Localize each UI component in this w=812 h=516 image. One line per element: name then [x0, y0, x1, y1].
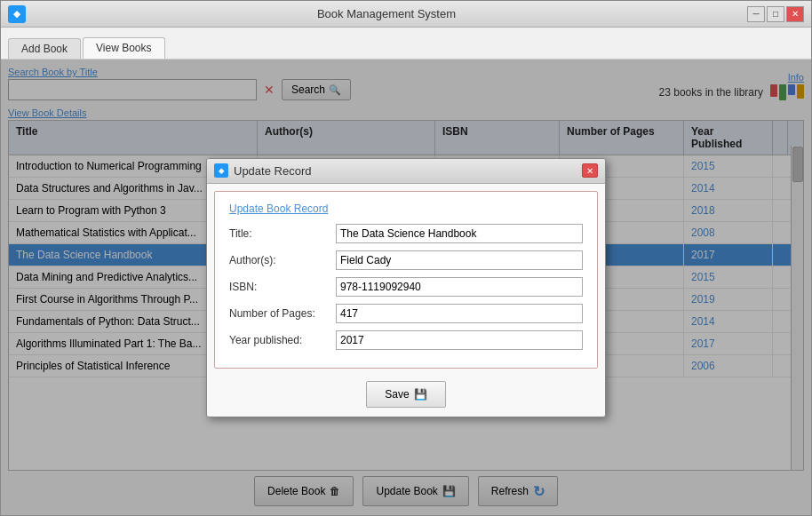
- year-field-row: Year published:: [229, 330, 583, 350]
- save-label: Save: [385, 388, 409, 401]
- authors-field-label: Author(s):: [229, 254, 336, 266]
- tab-bar: Add Book View Books: [1, 28, 811, 60]
- year-field[interactable]: [336, 330, 583, 350]
- modal-title: Update Record: [234, 164, 311, 178]
- main-content: Search Book by Title ✕ Search 🔍 Info 23 …: [1, 60, 811, 515]
- save-button[interactable]: Save 💾: [366, 381, 445, 408]
- title-field[interactable]: [336, 224, 583, 243]
- modal-body: Update Book Record Title: Author(s): ISB…: [214, 191, 598, 369]
- pages-field[interactable]: [336, 304, 583, 323]
- modal-title-left: ◆ Update Record: [214, 163, 311, 178]
- maximize-button[interactable]: □: [767, 6, 784, 22]
- authors-field-row: Author(s):: [229, 250, 583, 270]
- main-window: ◆ Book Management System ─ □ ✕ Add Book …: [0, 0, 812, 516]
- tab-view-books[interactable]: View Books: [83, 37, 164, 59]
- modal-footer: Save 💾: [207, 376, 605, 417]
- modal-logo: ◆: [214, 163, 228, 178]
- app-logo: ◆: [8, 5, 26, 23]
- title-bar: ◆ Book Management System ─ □ ✕: [1, 1, 811, 28]
- title-field-label: Title:: [229, 227, 336, 240]
- year-field-label: Year published:: [229, 334, 336, 346]
- modal-title-bar: ◆ Update Record ✕: [207, 159, 605, 184]
- tab-add-book[interactable]: Add Book: [8, 38, 81, 59]
- modal-overlay: ◆ Update Record ✕ Update Book Record Tit…: [1, 60, 811, 515]
- isbn-field[interactable]: [336, 277, 583, 297]
- modal-section-title: Update Book Record: [229, 202, 583, 215]
- window-controls: ─ □ ✕: [747, 6, 804, 22]
- title-field-row: Title:: [229, 224, 583, 243]
- update-record-modal: ◆ Update Record ✕ Update Book Record Tit…: [206, 158, 606, 417]
- window-title: Book Management System: [26, 7, 747, 20]
- pages-field-label: Number of Pages:: [229, 307, 336, 320]
- close-button[interactable]: ✕: [786, 6, 804, 22]
- authors-field[interactable]: [336, 250, 583, 270]
- save-icon: 💾: [414, 388, 427, 401]
- minimize-button[interactable]: ─: [747, 6, 765, 22]
- isbn-field-label: ISBN:: [229, 281, 336, 293]
- modal-close-button[interactable]: ✕: [582, 163, 598, 178]
- isbn-field-row: ISBN:: [229, 277, 583, 297]
- pages-field-row: Number of Pages:: [229, 304, 583, 323]
